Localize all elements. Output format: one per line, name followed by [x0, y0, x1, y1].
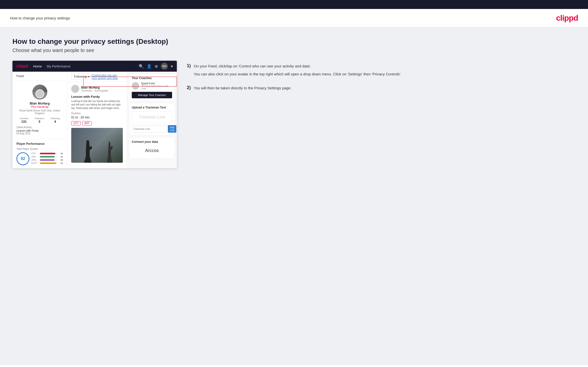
chevron-down-icon: ▾	[88, 75, 89, 78]
quality-bars: OTT 90 APP 85 ARG	[31, 152, 63, 165]
post-image	[71, 128, 123, 163]
instructions: 1) On your Feed, click/tap on 'Control w…	[187, 61, 576, 99]
feed-tab[interactable]: Feed	[12, 72, 67, 81]
connect-title: Connect your data	[132, 140, 172, 144]
latest-activity-date: 03 Aug 2022	[16, 132, 63, 135]
instruction-1-number: 1)	[187, 63, 191, 68]
search-icon[interactable]: 🔍	[139, 64, 144, 69]
pp-title: Player Performance	[16, 142, 63, 146]
app-feed: Following ▾ Control who can see your act…	[67, 72, 127, 168]
coaches-title: Your Coaches	[132, 76, 172, 80]
player-performance: Player Performance Total Player Quality …	[12, 139, 67, 168]
profile-label: Plus Handicap	[16, 105, 63, 108]
post-date: Yesterday · Sunningdale	[81, 89, 108, 92]
stat-activities-label: Activities	[19, 117, 28, 120]
trackman-input-row: Add Link	[132, 125, 172, 133]
post-meta: Blair McHarg Yesterday · Sunningdale	[81, 86, 108, 92]
user-avatar[interactable]: BM	[161, 63, 168, 70]
privacy-link[interactable]: Control who can see your activity and da…	[92, 74, 123, 80]
breadcrumb: How to change your privacy settings	[10, 16, 70, 20]
user-icon[interactable]: 👤	[147, 64, 152, 69]
content-wrapper: clippd Home My Performance 🔍 👤 ⊕ BM ▾ Fe…	[12, 61, 576, 168]
profile-image	[32, 85, 47, 100]
profile-avatar	[35, 89, 44, 98]
post-title: Lesson with Fordy	[71, 95, 123, 99]
post-tags: OTT APP	[71, 121, 123, 125]
header: How to change your privacy settings clip…	[0, 9, 588, 28]
feed-header: Following ▾ Control who can see your act…	[67, 72, 127, 82]
instruction-1-para-2: You can also click on your avatar in the…	[194, 71, 401, 77]
plus-icon[interactable]: ⊕	[155, 64, 158, 69]
instruction-1: 1) On your Feed, click/tap on 'Control w…	[187, 63, 576, 77]
quality-row: 92 OTT 90 APP 85	[16, 152, 63, 165]
chevron-down-icon[interactable]: ▾	[171, 64, 173, 69]
quality-score: 92	[16, 152, 29, 165]
stat-followers-label: Followers	[35, 117, 44, 120]
app-screenshot: clippd Home My Performance 🔍 👤 ⊕ BM ▾ Fe…	[12, 61, 177, 168]
stat-activities-value: 131	[19, 120, 28, 123]
app-nav-icons: 🔍 👤 ⊕ BM ▾	[139, 63, 173, 70]
main-content: How to change your privacy settings (Des…	[0, 28, 588, 365]
location-icon: 📍	[141, 85, 144, 87]
duration-label: Duration	[71, 112, 123, 115]
coaches-section: Your Coaches David Ford 📍 Royal North De…	[129, 74, 175, 101]
app-sidebar: Feed Blair McHarg Plus Handicap Royal No…	[12, 72, 67, 168]
instruction-1-para-1: On your Feed, click/tap on 'Control who …	[194, 63, 401, 69]
profile-name: Blair McHarg	[16, 102, 63, 105]
stat-followers-value: 3	[35, 120, 44, 123]
instruction-2-text: You will then be taken directly to the P…	[194, 85, 291, 91]
stat-activities: Activities 131	[19, 117, 28, 123]
stat-following: Following 4	[50, 117, 60, 123]
app-logo: clippd	[16, 64, 28, 68]
coach-name: David Ford	[141, 82, 172, 85]
app-body: Feed Blair McHarg Plus Handicap Royal No…	[12, 72, 177, 168]
profile-location: Royal North Devon Golf Club, United King…	[16, 109, 63, 115]
post-header: Blair McHarg Yesterday · Sunningdale	[71, 85, 123, 93]
latest-activity: Latest Activity Lesson with Fordy 03 Aug…	[16, 126, 63, 135]
coach-info: David Ford 📍 Royal North Devon Golf Club	[141, 82, 172, 90]
app-post: Blair McHarg Yesterday · Sunningdale Les…	[67, 82, 127, 166]
duration-value: 01 hr : 30 min	[71, 116, 123, 119]
pp-subtitle: Total Player Quality	[16, 148, 63, 150]
instruction-2-number: 2)	[187, 85, 191, 90]
stat-followers: Followers 3	[35, 117, 44, 123]
post-body: Looking to feel like my hands are exitin…	[71, 100, 123, 110]
instruction-2: 2) You will then be taken directly to th…	[187, 85, 576, 91]
following-button[interactable]: Following ▾	[71, 74, 92, 80]
tag-app: APP	[82, 121, 92, 125]
coach-avatar	[132, 82, 139, 90]
trackman-title: Upload a Trackman Test	[132, 106, 172, 109]
app-nav-performance[interactable]: My Performance	[47, 64, 70, 68]
coach-club: 📍 Royal North Devon Golf Club	[141, 85, 172, 90]
bar-putt: PUTT 96	[31, 162, 63, 164]
app-nav-home[interactable]: Home	[33, 64, 42, 68]
app-right-sidebar: Your Coaches David Ford 📍 Royal North De…	[127, 72, 177, 168]
latest-activity-label: Latest Activity	[16, 126, 63, 129]
connect-section: Connect your data Arccos	[129, 137, 175, 158]
post-avatar	[71, 85, 79, 93]
footer: Copyright Clippd 2022	[0, 365, 588, 367]
stat-following-label: Following	[50, 117, 60, 120]
coach-row: David Ford 📍 Royal North Devon Golf Club	[132, 82, 172, 90]
post-name: Blair McHarg	[81, 86, 108, 89]
trackman-section: Upload a Trackman Test Trackman Link Add…	[129, 103, 175, 135]
clippd-logo: clippd	[556, 13, 578, 23]
bar-arg: ARG 86	[31, 159, 63, 161]
instruction-1-text: On your Feed, click/tap on 'Control who …	[194, 63, 401, 77]
trackman-placeholder: Trackman Link	[132, 111, 172, 123]
instruction-2-para-1: You will then be taken directly to the P…	[194, 85, 291, 91]
profile-card: Blair McHarg Plus Handicap Royal North D…	[12, 81, 67, 139]
arccos-label: Arccos	[132, 146, 172, 156]
tag-ott: OTT	[71, 121, 81, 125]
bar-app: APP 85	[31, 156, 63, 158]
app-nav: clippd Home My Performance 🔍 👤 ⊕ BM ▾	[12, 61, 177, 72]
profile-stats: Activities 131 Followers 3 Following 4	[16, 117, 63, 123]
manage-coaches-button[interactable]: Manage Your Coaches	[132, 92, 172, 98]
add-link-button[interactable]: Add Link	[168, 125, 176, 133]
page-subheading: Choose what you want people to see	[12, 48, 576, 53]
trackman-input[interactable]	[132, 125, 167, 133]
latest-activity-name: Lesson with Fordy	[16, 129, 63, 132]
bar-ott: OTT 90	[31, 152, 63, 155]
page-heading: How to change your privacy settings (Des…	[12, 38, 576, 46]
stat-following-value: 4	[50, 120, 60, 123]
